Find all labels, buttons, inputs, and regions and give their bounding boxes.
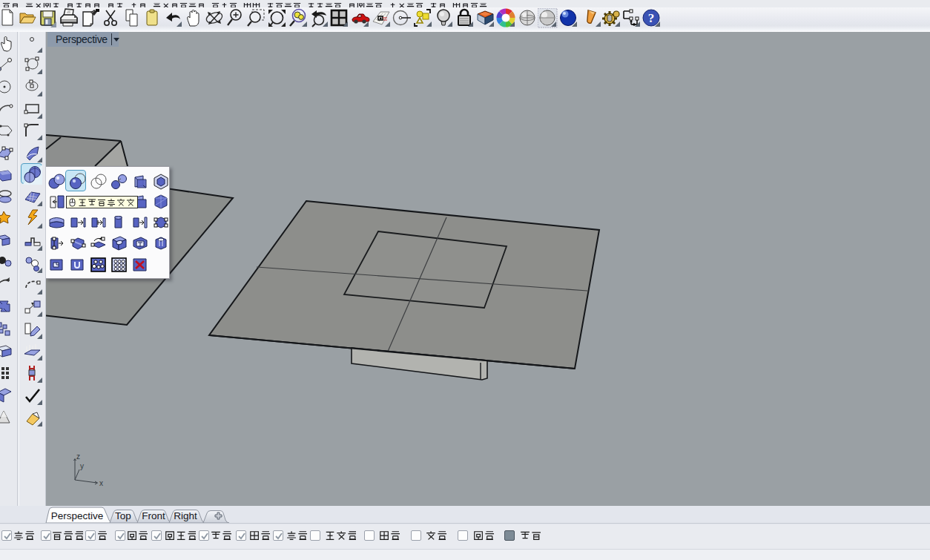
svg-text:?: ? — [648, 11, 655, 25]
svg-text:x: x — [99, 479, 103, 487]
svg-text:Perspective: Perspective — [51, 510, 104, 521]
svg-text:Right: Right — [174, 510, 197, 521]
svg-text:z: z — [76, 452, 80, 461]
svg-text:Front: Front — [142, 510, 165, 521]
svg-text:Top: Top — [115, 510, 131, 521]
svg-text:y: y — [80, 462, 84, 470]
